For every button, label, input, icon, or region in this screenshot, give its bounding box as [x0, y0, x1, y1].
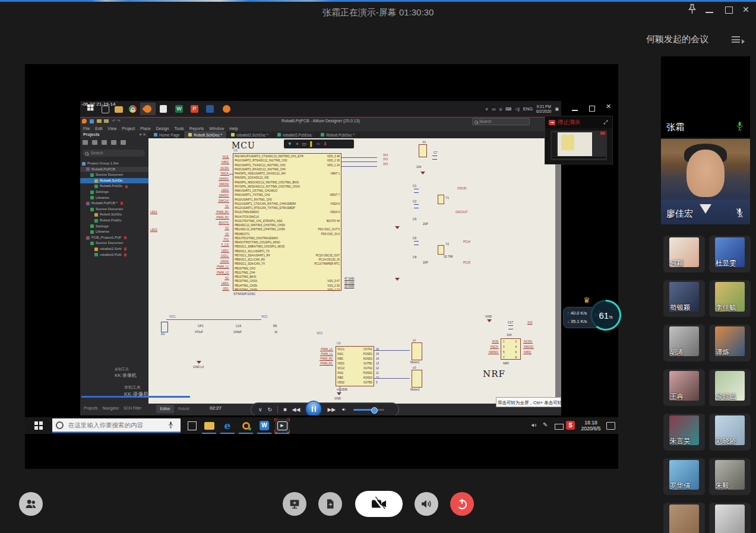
pin-label: VCC1	[337, 347, 353, 352]
project-tree-item: Roballt.PrjPCB *	[80, 201, 148, 207]
participant-tile[interactable]: 罗华倩	[663, 458, 705, 495]
gnd-symbol	[420, 172, 425, 175]
connector-refdes: P4	[161, 332, 165, 336]
participants-icon	[24, 497, 38, 511]
volume-icon	[341, 406, 348, 413]
project-tree-item: Settings	[80, 224, 148, 230]
nrf-left-nets: NCENSCKNMISO	[477, 339, 499, 355]
recorded-taskbar: W P ∨ ▭ ⍦ ⌨ ◁) ENG 9:21 PM 6/2/2020 ▣	[80, 101, 561, 117]
participant-tile[interactable]: 胡涛	[663, 325, 705, 361]
net-label: NSCK	[477, 344, 499, 350]
kk-watermark: 录制工具KK 录像机	[115, 367, 137, 379]
pin-number: 3	[503, 344, 507, 350]
participant-tile[interactable]: 王冉	[663, 369, 705, 406]
nrf-pin-numbers-right: 2468	[513, 339, 517, 360]
minimize-button[interactable]	[706, 12, 713, 13]
pin-label: PD1-OSC_OUT 5	[285, 227, 340, 231]
avatar	[687, 150, 725, 197]
cap-value: 104	[416, 165, 421, 169]
upload-icon: ↑	[567, 310, 570, 316]
avatar	[715, 505, 745, 533]
nrf-pin-numbers-left: 1357	[503, 339, 507, 360]
close-button[interactable]: ✕	[742, 4, 749, 15]
pin-icon[interactable]	[687, 4, 697, 17]
speaker-button[interactable]	[415, 492, 438, 516]
net-label: NMISO	[186, 176, 229, 182]
participant-tile[interactable]: 何颖	[663, 236, 705, 272]
net-label: PWM_R2	[186, 215, 229, 220]
capacitor-symbol	[432, 156, 437, 160]
search-input	[67, 421, 167, 429]
participant-tile[interactable]: 朱言昊	[663, 414, 705, 450]
participant-tile[interactable]: 刘晓娇	[709, 414, 751, 450]
menu-item: Help	[229, 126, 238, 131]
active-underline	[275, 433, 289, 434]
participants-button[interactable]	[19, 492, 43, 516]
pin-label: VDDA 9	[285, 210, 340, 214]
pin-label: VDD_2 36	[285, 158, 340, 163]
pin-number: 14	[376, 357, 383, 361]
pin-label: VSS_3 47	[285, 279, 340, 283]
document-app-icon	[160, 105, 167, 113]
net-label: PC14	[463, 240, 470, 243]
participant-name: 侯煜嫣	[716, 392, 736, 401]
camera-off-button[interactable]	[355, 491, 403, 517]
motor-ic-part: mx1508	[337, 388, 347, 391]
participant-tile[interactable]: 苟银颖	[663, 280, 705, 317]
maximize-button[interactable]	[725, 7, 733, 14]
participant-tile[interactable]	[709, 503, 751, 533]
participant-name: 刘晓娇	[716, 437, 736, 446]
player-close-icon: ✕	[606, 103, 611, 110]
blue-app-icon	[206, 105, 214, 113]
pin-label: VBAT 1	[285, 172, 340, 176]
participant-name: 何颖	[670, 259, 684, 268]
pin-number: 16	[376, 347, 383, 352]
net-label: NCE	[186, 154, 229, 160]
pin-label: INA1	[337, 352, 353, 357]
participant-tile[interactable]	[663, 503, 705, 533]
menu-item: Place	[140, 126, 151, 131]
pin-number: 9	[376, 380, 383, 385]
participant-tile[interactable]: 李佳毓	[709, 280, 751, 317]
net-label: 3V3	[527, 321, 533, 324]
project-tree-item: Roballt.SchDo	[80, 178, 148, 184]
meeting-title: 何颖发起的会议	[646, 34, 708, 45]
download-icon: ↓	[567, 319, 570, 324]
project-tree-item: Settings	[80, 189, 148, 195]
language-indicator: ENG	[523, 106, 533, 112]
share-file-icon	[324, 497, 337, 510]
pin-label	[285, 275, 340, 279]
participant-video-liaojiahong[interactable]: 廖佳宏	[661, 139, 750, 224]
gnd-symbol	[337, 392, 341, 395]
menu-item: Tools	[175, 126, 184, 131]
cap-refdes: CP1	[198, 324, 204, 328]
pin-number: 12	[376, 366, 383, 371]
pin-label: PD0-OSC_IN 6	[285, 232, 340, 236]
share-file-button[interactable]	[318, 492, 342, 516]
participant-name: 李佳毓	[716, 303, 736, 312]
meeting-window: 张霜正在演示-屏幕 01:30:30 ✕ ✕ W P	[0, 0, 756, 533]
document-tab: roballet2.PcbDoc	[273, 131, 317, 138]
participant-tile[interactable]: 朱毅	[709, 458, 751, 495]
stop-presenting-header: ⇥ 停止演示	[545, 116, 612, 128]
participant-tile[interactable]: 侯煜嫣	[709, 369, 751, 406]
schematic-canvas: ▼ + ▭ ▌ ≈ ⬇ MCU U1 PA0-WKUP/USART2_CTS/A…	[148, 138, 555, 404]
project-tree-item: roballet2.Schl	[80, 246, 148, 252]
list-view-icon[interactable]	[732, 36, 745, 45]
participant-video-zhangshuang[interactable]: 张霜	[661, 56, 750, 138]
share-screen-button[interactable]	[283, 492, 306, 516]
participant-tile[interactable]: 谭炼	[709, 325, 751, 361]
net-label: PWM_L2	[300, 347, 333, 352]
pin-label: OUTA1	[353, 347, 372, 352]
playback-time: 02:27	[210, 405, 222, 411]
projects-panel-toolbar	[83, 140, 126, 145]
wire	[341, 166, 377, 167]
projects-search-box: Search	[83, 150, 145, 157]
net-label: PWM_R2	[300, 357, 333, 361]
participant-tile[interactable]: 杜昱雯	[709, 236, 751, 272]
net-label: GSCL	[186, 253, 229, 259]
project-tree-item: Source Documen	[80, 172, 148, 178]
end-call-button[interactable]	[450, 492, 474, 516]
net-label: GND L3	[193, 365, 204, 369]
keyboard-icon: ⌨	[505, 107, 511, 112]
